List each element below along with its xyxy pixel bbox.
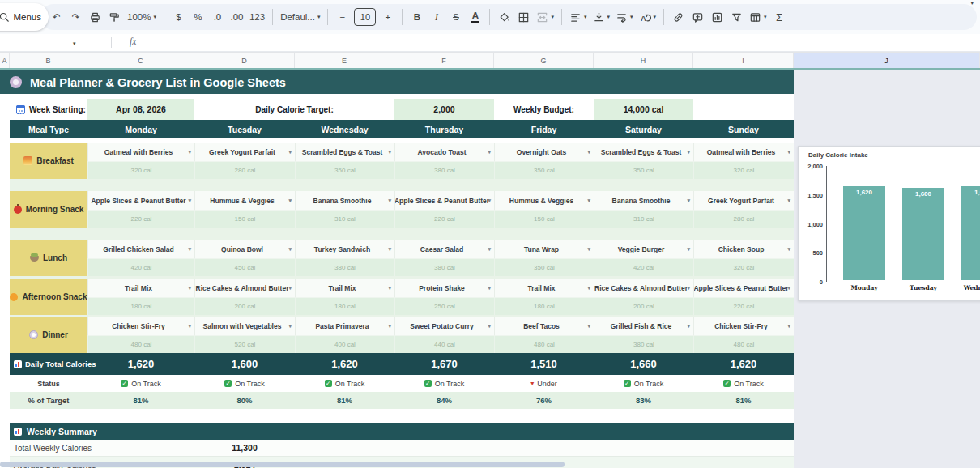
decrease-font-size-button[interactable]: − [333, 7, 352, 27]
column-header-A[interactable]: A [0, 53, 10, 68]
dropdown-arrow-icon[interactable]: ▾ [288, 323, 292, 330]
calorie-chart[interactable]: Daily Calorie Intake 2,0001,5001,0005000… [798, 146, 980, 301]
dropdown-arrow-icon[interactable]: ▾ [587, 246, 590, 253]
meal-select[interactable]: Turkey Sandwich▾ [295, 240, 394, 258]
dropdown-arrow-icon[interactable]: ▾ [687, 149, 690, 155]
dropdown-arrow-icon[interactable]: ▾ [787, 246, 790, 253]
dropdown-arrow-icon[interactable]: ▾ [288, 149, 292, 155]
meal-select[interactable]: Banana Smoothie▾ [594, 191, 693, 210]
dropdown-arrow-icon[interactable]: ▾ [188, 149, 191, 155]
dropdown-arrow-icon[interactable]: ▾ [188, 323, 191, 330]
meal-select[interactable]: Rice Cakes & Almond Butter▾ [194, 279, 295, 297]
formula-bar[interactable]: ▾ fx [0, 34, 980, 52]
column-header-F[interactable]: F [394, 53, 494, 68]
meal-select[interactable]: Apple Slices & Peanut Butter▾ [87, 191, 194, 210]
meal-select[interactable]: Oatmeal with Berries▾ [87, 143, 194, 161]
table-button[interactable]: ▾ [747, 7, 769, 27]
meal-select[interactable]: Chicken Soup▾ [693, 240, 794, 258]
dropdown-arrow-icon[interactable]: ▾ [288, 285, 292, 291]
dropdown-arrow-icon[interactable]: ▾ [787, 323, 790, 330]
column-header-H[interactable]: H [594, 53, 693, 68]
paint-format-button[interactable] [105, 7, 124, 27]
dropdown-arrow-icon[interactable]: ▾ [687, 246, 690, 253]
insert-chart-button[interactable] [708, 7, 726, 27]
insert-comment-button[interactable] [688, 7, 707, 27]
dropdown-arrow-icon[interactable]: ▾ [388, 149, 391, 155]
meal-select[interactable]: Overnight Oats▾ [494, 143, 594, 161]
increase-decimal-button[interactable]: .00 [228, 7, 246, 27]
meal-select[interactable]: Grilled Fish & Rice▾ [594, 317, 693, 335]
column-header-B[interactable]: B [10, 53, 87, 68]
meal-select[interactable]: Trail Mix▾ [494, 279, 594, 297]
text-color-button[interactable]: A [466, 7, 484, 27]
text-wrap-button[interactable]: ▾ [613, 7, 636, 27]
dropdown-arrow-icon[interactable]: ▾ [587, 323, 590, 330]
meal-select[interactable]: Avocado Toast▾ [394, 143, 494, 161]
meal-select[interactable]: Apple Slices & Peanut Butter▾ [394, 191, 494, 210]
dropdown-arrow-icon[interactable]: ▾ [388, 285, 391, 291]
vertical-align-button[interactable]: ▾ [590, 7, 613, 27]
print-button[interactable] [86, 7, 104, 27]
dropdown-arrow-icon[interactable]: ▾ [288, 246, 292, 253]
meal-select[interactable]: Chicken Stir-Fry▾ [693, 317, 794, 335]
meal-select[interactable]: Greek Yogurt Parfait▾ [194, 143, 295, 161]
dropdown-arrow-icon[interactable]: ▾ [587, 149, 590, 155]
meal-select[interactable]: Quinoa Bowl▾ [194, 240, 295, 258]
meal-select[interactable]: Veggie Burger▾ [594, 240, 693, 258]
dropdown-arrow-icon[interactable]: ▾ [787, 149, 790, 155]
dropdown-arrow-icon[interactable]: ▾ [787, 198, 790, 204]
meal-select[interactable]: Rice Cakes & Almond Butter▾ [594, 279, 693, 297]
meal-select[interactable]: Trail Mix▾ [87, 279, 194, 297]
borders-button[interactable] [514, 7, 533, 27]
dropdown-arrow-icon[interactable]: ▾ [188, 285, 191, 291]
meal-select[interactable]: Banana Smoothie▾ [295, 191, 394, 210]
meal-select[interactable]: Caesar Salad▾ [394, 240, 494, 258]
column-header-G[interactable]: G [494, 53, 594, 68]
more-formats-button[interactable]: 123 [247, 7, 267, 27]
calorie-target-value[interactable]: 2,000 [394, 99, 494, 120]
dropdown-arrow-icon[interactable]: ▾ [188, 246, 191, 253]
dropdown-arrow-icon[interactable]: ▾ [388, 323, 391, 330]
create-filter-button[interactable] [727, 7, 746, 27]
dropdown-arrow-icon[interactable]: ▾ [488, 246, 491, 253]
text-rotation-button[interactable]: A▾ [637, 7, 659, 27]
meal-select[interactable]: Chicken Stir-Fry▾ [87, 317, 194, 335]
horizontal-scrollbar[interactable] [0, 462, 565, 467]
italic-button[interactable]: I [427, 7, 445, 27]
column-header-D[interactable]: D [194, 53, 295, 68]
dropdown-arrow-icon[interactable]: ▾ [587, 198, 590, 204]
format-percent-button[interactable]: % [189, 7, 207, 27]
meal-select[interactable]: Grilled Chicken Salad▾ [87, 240, 194, 258]
meal-select[interactable]: Sweet Potato Curry▾ [394, 317, 494, 335]
meal-select[interactable]: Scrambled Eggs & Toast▾ [594, 143, 693, 161]
meal-select[interactable]: Greek Yogurt Parfait▾ [693, 191, 794, 210]
horizontal-align-button[interactable]: ▾ [567, 7, 590, 27]
dropdown-arrow-icon[interactable]: ▾ [587, 285, 590, 291]
meal-select[interactable]: Trail Mix▾ [295, 279, 394, 297]
redo-button[interactable]: ↷ [66, 7, 85, 27]
format-currency-button[interactable]: $ [169, 7, 188, 27]
column-header-C[interactable]: C [87, 53, 194, 68]
week-starting-value[interactable]: Apr 08, 2026 [87, 99, 194, 120]
dropdown-arrow-icon[interactable]: ▾ [388, 246, 391, 253]
menus-button[interactable]: Menus [0, 3, 49, 31]
strikethrough-button[interactable]: S [446, 7, 465, 27]
column-header-E[interactable]: E [295, 53, 394, 68]
dropdown-arrow-icon[interactable]: ▾ [687, 198, 690, 204]
dropdown-arrow-icon[interactable]: ▾ [787, 285, 790, 291]
meal-select[interactable]: Pasta Primavera▾ [295, 317, 394, 335]
meal-select[interactable]: Oatmeal with Berries▾ [693, 143, 794, 161]
dropdown-arrow-icon[interactable]: ▾ [488, 285, 491, 291]
increase-font-size-button[interactable]: + [378, 7, 397, 27]
dropdown-arrow-icon[interactable]: ▾ [488, 198, 491, 204]
dropdown-arrow-icon[interactable]: ▾ [188, 198, 191, 204]
spreadsheet-area[interactable]: Meal Planner & Grocery List in Google Sh… [0, 68, 980, 468]
meal-select[interactable]: Salmon with Vegetables▾ [194, 317, 295, 335]
insert-link-button[interactable] [669, 7, 688, 27]
name-box-arrow-icon[interactable]: ▾ [73, 40, 76, 47]
font-select[interactable]: Defaul...▾ [278, 7, 322, 27]
meal-select[interactable]: Tuna Wrap▾ [494, 240, 594, 258]
zoom-select[interactable]: 100%▾ [125, 7, 159, 27]
merge-cells-button[interactable]: ▾ [534, 7, 556, 27]
weekly-budget-value[interactable]: 14,000 cal [594, 99, 693, 120]
